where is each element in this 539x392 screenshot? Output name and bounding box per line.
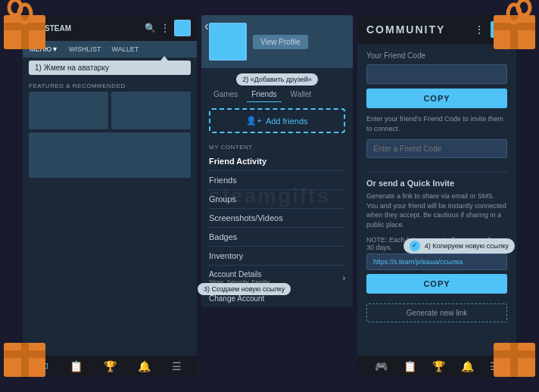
featured-img-wide <box>29 132 191 178</box>
gift-decoration-bl <box>0 339 53 392</box>
link-url: https://s.team/p/ваша/ссылка <box>366 254 507 270</box>
content-badges[interactable]: Badges <box>209 228 345 247</box>
main-container: ⚙ STEAM 🔍 ⋮ МЕНЮ▼ WISHLIST WALLET 1) Жме… <box>23 15 516 377</box>
content-friends[interactable]: Friends <box>209 171 345 190</box>
nav-notifications-icon[interactable]: 🔔 <box>138 360 151 372</box>
gift-decoration-tr <box>486 0 539 53</box>
quick-invite-desc-text: Generate a link to share via email or SM… <box>366 192 506 229</box>
svg-rect-15 <box>510 343 518 377</box>
view-profile-button[interactable]: View Profile <box>253 35 308 49</box>
menu-item-wishlist[interactable]: WISHLIST <box>67 44 104 54</box>
nav-library-icon[interactable]: 📋 <box>70 360 83 372</box>
nav-achievements-icon[interactable]: 🏆 <box>104 360 117 372</box>
annotation-3: 3) Создаем новую ссылку <box>198 283 291 295</box>
annotation-4: ✓4) Копируем новую ссылку <box>403 238 515 254</box>
divider <box>366 172 507 173</box>
tab-wallet[interactable]: Wallet <box>286 87 316 102</box>
user-avatar-small[interactable] <box>174 20 191 36</box>
content-groups[interactable]: Groups <box>209 190 345 209</box>
tab-games[interactable]: Games <box>209 87 242 102</box>
copy-link-button[interactable]: COPY <box>366 274 507 294</box>
content-list: Friend Activity Friends Groups Screensho… <box>201 152 353 266</box>
content-inventory[interactable]: Inventory <box>209 247 345 266</box>
account-details-label: Account Details <box>209 270 274 278</box>
tooltip-avatar: 1) Жмем на аватарку <box>29 61 191 75</box>
back-button[interactable]: ‹ <box>201 15 212 37</box>
community-more-icon[interactable]: ⋮ <box>474 23 484 36</box>
annotation-2: 2) «Добавить друзей» <box>236 73 318 86</box>
quick-invite-desc: Generate a link to share via email or SM… <box>366 191 507 229</box>
copy-friend-code-button[interactable]: COPY <box>366 89 507 108</box>
tab-friends[interactable]: Friends <box>247 87 281 102</box>
enter-friend-code-input[interactable] <box>366 139 507 158</box>
profile-tabs: Games Friends Wallet <box>201 87 353 102</box>
middle-panel: ‹ View Profile 2) «Добавить друзей» Game… <box>201 15 353 377</box>
gift-decoration-br <box>486 339 539 392</box>
nav-menu-icon[interactable]: ☰ <box>172 360 182 372</box>
comm-nav-achievements[interactable]: 🏆 <box>432 360 445 372</box>
profile-header-area: View Profile <box>201 15 353 68</box>
content-screenshots[interactable]: Screenshots/Videos <box>209 209 345 228</box>
steam-nav-icons: 🔍 ⋮ <box>145 20 191 36</box>
gift-decoration-tl <box>0 0 53 53</box>
search-icon[interactable]: 🔍 <box>145 23 156 33</box>
featured-img-1 <box>29 92 108 129</box>
generate-new-link-button[interactable]: Generate new link <box>366 303 507 322</box>
steam-panel: ⚙ STEAM 🔍 ⋮ МЕНЮ▼ WISHLIST WALLET 1) Жме… <box>23 15 197 377</box>
svg-point-9 <box>518 0 530 15</box>
community-content: Your Friend Code COPY Enter your friend'… <box>357 44 516 356</box>
profile-avatar <box>209 23 247 61</box>
account-chevron-icon: › <box>343 274 345 282</box>
add-friends-icon: 👤+ <box>246 116 261 126</box>
add-friends-button[interactable]: 👤+ Add friends <box>209 108 345 133</box>
profile-card: View Profile 2) «Добавить друзей» Games … <box>201 15 353 307</box>
add-friends-label: Add friends <box>266 117 308 126</box>
svg-point-4 <box>9 0 21 15</box>
menu-item-wallet[interactable]: WALLET <box>110 44 142 54</box>
my-content-label: MY CONTENT <box>201 139 353 152</box>
content-friend-activity[interactable]: Friend Activity <box>209 152 345 171</box>
more-icon[interactable]: ⋮ <box>160 23 170 33</box>
comm-nav-notifications[interactable]: 🔔 <box>461 360 474 372</box>
invite-description: Enter your friend's Friend Code to invit… <box>366 114 507 133</box>
featured-img-2 <box>111 92 191 129</box>
featured-images <box>23 92 197 178</box>
quick-invite-title: Or send a Quick Invite <box>366 179 507 188</box>
comm-nav-store[interactable]: 🎮 <box>375 360 388 372</box>
comm-nav-library[interactable]: 📋 <box>403 360 416 372</box>
svg-rect-12 <box>21 343 29 377</box>
friend-code-input[interactable] <box>366 64 507 84</box>
community-title: COMMUNITY <box>366 23 445 36</box>
steam-content-area: FEATURED & RECOMMENDED <box>23 78 197 178</box>
community-panel: COMMUNITY ⋮ Your Friend Code COPY Enter … <box>357 15 516 377</box>
featured-header: FEATURED & RECOMMENDED <box>23 78 197 92</box>
